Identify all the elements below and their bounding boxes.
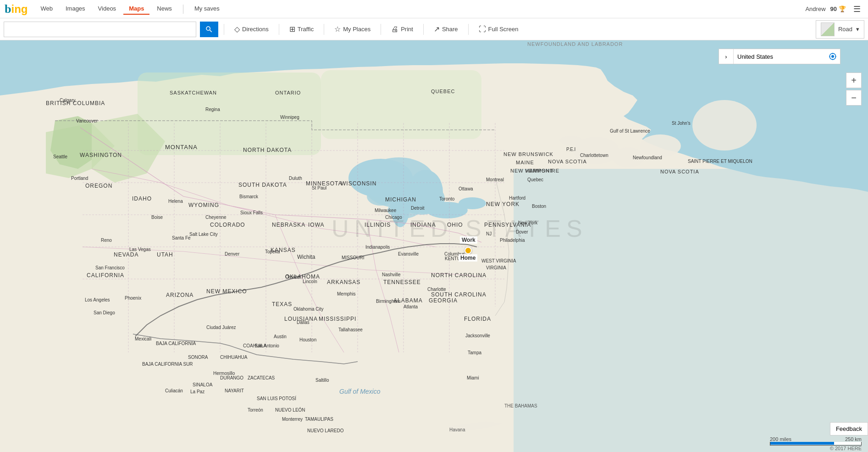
label-nova-scotia-2: NOVA SCOTIA xyxy=(660,169,699,174)
label-lincoln: Lincoln xyxy=(303,279,317,284)
label-tampa: Tampa xyxy=(468,350,481,355)
location-search-box[interactable]: › xyxy=(719,49,840,64)
label-quebec-city: Quebec xyxy=(527,177,543,182)
label-georgia: GEORGIA xyxy=(429,297,458,304)
print-button[interactable]: 🖨 Print xyxy=(387,23,418,35)
nav-maps[interactable]: Maps xyxy=(123,3,149,15)
label-topeka: Topeka xyxy=(265,249,280,254)
label-newfoundland: Newfoundland xyxy=(633,155,662,160)
label-nuevo-leon: NUEVO LEÓN xyxy=(275,407,305,413)
label-nova-scotia: NOVA SCOTIA xyxy=(548,159,587,164)
toolbar-separator-2 xyxy=(279,24,279,35)
road-view-button[interactable]: Road ▾ xyxy=(816,20,864,39)
map-container[interactable]: Gulf of Mexico THE BAHAMAS Havana BRITIS… xyxy=(0,40,868,452)
label-indianapolis: Indianapolis xyxy=(365,245,390,250)
toolbar-separator-5 xyxy=(423,24,424,35)
reward-count: 90 xyxy=(830,6,837,12)
label-cheyenne: Cheyenne xyxy=(205,215,227,220)
bing-logo[interactable]: bing xyxy=(5,2,28,16)
label-memphis: Memphis xyxy=(337,291,356,296)
label-tennessee: TENNESSEE xyxy=(383,279,421,285)
nav-news[interactable]: News xyxy=(151,3,177,15)
label-quebec: QUEBEC xyxy=(431,89,455,94)
label-charlotte: Charlotte xyxy=(427,287,446,292)
label-british-columbia: BRITISH COLUMBIA xyxy=(46,100,105,106)
label-miami: Miami xyxy=(467,375,479,380)
fullscreen-button[interactable]: ⛶ Full Screen xyxy=(474,23,523,35)
toolbar-separator-1 xyxy=(224,24,224,35)
svg-point-7 xyxy=(390,179,410,227)
label-ciudad-juarez: Ciudad Juárez xyxy=(206,325,236,330)
traffic-button[interactable]: ⊞ Traffic xyxy=(285,23,318,35)
svg-point-32 xyxy=(692,100,757,151)
label-chihuahua: CHIHUAHUA xyxy=(220,355,247,360)
label-utah: UTAH xyxy=(157,251,173,258)
location-input[interactable] xyxy=(734,49,825,64)
location-gps-button[interactable] xyxy=(825,49,840,64)
print-label: Print xyxy=(401,26,413,33)
hamburger-menu[interactable]: ☰ xyxy=(851,2,863,16)
label-illinois: ILLINOIS xyxy=(365,222,391,228)
label-ohio: OHIO xyxy=(447,222,463,228)
search-button[interactable] xyxy=(200,22,218,37)
feedback-button[interactable]: Feedback xyxy=(830,422,868,435)
reward-badge[interactable]: 90 🏆 xyxy=(830,6,846,12)
label-south-dakota: SOUTH DAKOTA xyxy=(238,182,287,188)
svg-point-10 xyxy=(459,197,486,209)
label-reno: Reno xyxy=(101,238,112,243)
my-places-button[interactable]: ☆ My Places xyxy=(330,23,375,35)
search-icon xyxy=(205,25,213,33)
svg-rect-28 xyxy=(514,169,868,452)
label-wichita: Wichita xyxy=(297,254,315,260)
label-sinaloa: SINALOA xyxy=(193,382,212,387)
label-durango: DURANGO xyxy=(220,375,243,380)
chevron-down-icon: ▾ xyxy=(856,26,859,33)
location-nav-prev[interactable]: › xyxy=(719,49,734,64)
nav-images[interactable]: Images xyxy=(60,3,91,15)
label-tallahassee: Tallahassee xyxy=(338,327,363,332)
label-nashville: Nashville xyxy=(382,272,401,277)
home-marker: Home xyxy=(459,247,477,262)
zoom-out-button[interactable]: − xyxy=(846,90,862,106)
search-input[interactable] xyxy=(4,22,196,37)
svg-text:Gulf of Mexico: Gulf of Mexico xyxy=(339,388,381,395)
scale-miles-label: 200 miles xyxy=(770,436,791,442)
nav-web[interactable]: Web xyxy=(35,3,58,15)
label-helena: Helena xyxy=(168,199,183,204)
label-bismarck: Bismarck xyxy=(239,194,258,199)
zoom-in-button[interactable]: + xyxy=(846,73,862,88)
label-dallas: Dallas xyxy=(297,320,310,325)
map-toolbar: ◇ Directions ⊞ Traffic ☆ My Places 🖨 Pri… xyxy=(0,18,868,40)
label-new-york-city: New York xyxy=(518,220,537,225)
home-label: Home xyxy=(459,254,477,262)
label-duluth: Duluth xyxy=(289,176,302,181)
directions-button[interactable]: ◇ Directions xyxy=(230,23,273,35)
label-new-york: NEW YORK xyxy=(486,201,520,207)
svg-point-33 xyxy=(559,136,582,145)
label-regina: Regina xyxy=(205,107,220,112)
scale-line xyxy=(770,442,862,446)
label-portland: Portland xyxy=(71,176,88,181)
label-philadelphia: Philadelphia xyxy=(500,238,525,243)
label-saltillo: Saltillo xyxy=(315,378,329,383)
fullscreen-icon: ⛶ xyxy=(479,25,486,33)
map-type-thumbnail xyxy=(821,22,835,36)
nav-divider xyxy=(183,5,183,14)
label-oklahoma-city: Oklahoma City xyxy=(293,307,324,312)
label-phoenix: Phoenix xyxy=(125,296,141,301)
label-nevada: NEVADA xyxy=(114,251,138,258)
label-montana: MONTANA xyxy=(165,144,198,151)
label-iowa: IOWA xyxy=(308,222,325,228)
label-san-luis-potosi: SAN LUIS POTOSÍ xyxy=(257,396,296,401)
label-atlanta: Atlanta xyxy=(404,304,418,309)
nav-mysaves[interactable]: My saves xyxy=(189,3,225,15)
share-button[interactable]: ↗ Share xyxy=(429,23,463,35)
label-boston: Boston xyxy=(532,204,546,209)
label-jacksonville: Jacksonville xyxy=(465,333,490,338)
label-sf: San Francisco xyxy=(95,265,125,270)
map-background: Gulf of Mexico THE BAHAMAS Havana xyxy=(0,40,868,452)
nav-videos[interactable]: Videos xyxy=(93,3,122,15)
label-monterrey: Monterrey xyxy=(282,417,303,422)
toolbar-separator-3 xyxy=(324,24,324,35)
traffic-label: Traffic xyxy=(298,26,314,33)
